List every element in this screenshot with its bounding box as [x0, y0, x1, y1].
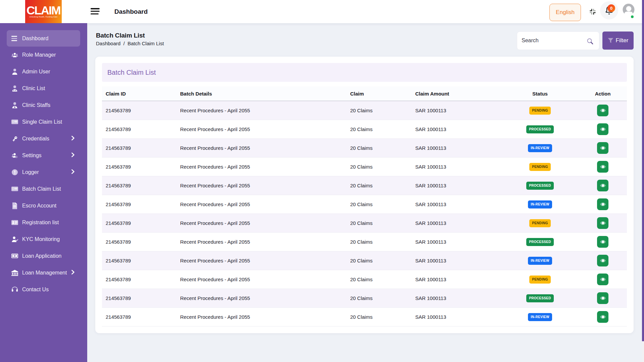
svg-text:$: $ [12, 120, 13, 122]
svg-text:$: $ [14, 255, 15, 257]
svg-text:$: $ [12, 187, 13, 189]
